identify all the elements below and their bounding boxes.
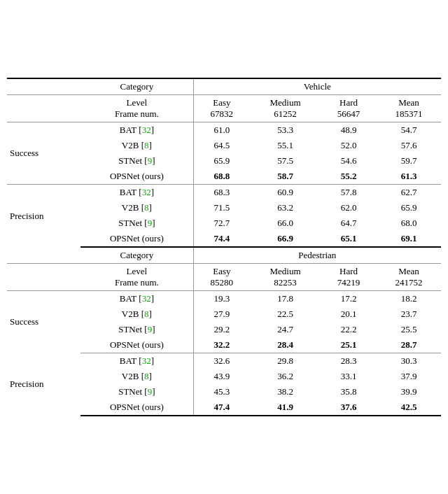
prec-stnet-medium: 66.0 xyxy=(250,216,321,231)
ped-prec-bat-method: BAT [32] xyxy=(80,353,193,369)
stnet-medium: 57.5 xyxy=(250,153,321,169)
ped-prec-v2b-easy: 43.9 xyxy=(193,369,250,384)
ped-opsnet-mean: 28.7 xyxy=(377,337,441,353)
ped-prec-opsnet-mean: 42.5 xyxy=(377,400,441,416)
prec-v2b-medium: 63.2 xyxy=(250,200,321,216)
level-label: Level xyxy=(127,97,148,108)
ped-prec-stnet-hard: 35.8 xyxy=(321,384,377,400)
prec-bat-hard: 57.8 xyxy=(321,185,377,201)
prec-v2b-mean: 65.9 xyxy=(377,200,441,216)
prec-bat-easy: 68.3 xyxy=(193,185,250,201)
prec-stnet-method: STNet [9] xyxy=(80,216,193,231)
ped-bat-medium: 17.8 xyxy=(250,291,321,307)
ped-precision-label: Precision xyxy=(7,353,80,416)
v2b-hard: 52.0 xyxy=(321,138,377,153)
ped-v2b-medium: 22.5 xyxy=(250,306,321,322)
ped-level-row: Level Frame num. Easy 85280 Medium 82253… xyxy=(7,264,441,291)
ped-prec-bat-medium: 29.8 xyxy=(250,353,321,369)
frame-label: Frame num. xyxy=(115,108,159,119)
ped-prec-v2b-mean: 37.9 xyxy=(377,369,441,384)
prec-stnet-mean: 68.0 xyxy=(377,216,441,231)
prec-opsnet-hard: 65.1 xyxy=(321,231,377,247)
ped-category-label: Category xyxy=(80,247,193,264)
ped-prec-v2b-hard: 33.1 xyxy=(321,369,377,384)
ped-prec-bat-easy: 32.6 xyxy=(193,353,250,369)
prec-bat-medium: 60.9 xyxy=(250,185,321,201)
ped-prec-opsnet-easy: 47.4 xyxy=(193,400,250,416)
ped-empty-cell xyxy=(7,247,80,264)
ped-prec-stnet-method: STNet [9] xyxy=(80,384,193,400)
ped-bat-hard: 17.2 xyxy=(321,291,377,307)
bat-hard: 48.9 xyxy=(321,122,377,139)
ped-success-label: Success xyxy=(7,291,80,353)
ped-v2b-easy: 27.9 xyxy=(193,306,250,322)
prec-opsnet-medium: 66.9 xyxy=(250,231,321,247)
opsnet-easy: 68.8 xyxy=(193,169,250,185)
opsnet-medium: 58.7 xyxy=(250,169,321,185)
ped-medium-header: Medium 82253 xyxy=(250,264,321,291)
empty-cell2 xyxy=(7,95,80,122)
main-container: Category Vehicle Level Frame num. Easy 6… xyxy=(7,78,441,416)
v2b-easy: 64.5 xyxy=(193,138,250,153)
ped-v2b-method: V2B [8] xyxy=(80,306,193,322)
vehicle-success-label: Success xyxy=(7,122,80,185)
prec-bat-mean: 62.7 xyxy=(377,185,441,201)
ped-success-bat: Success BAT [32] 19.3 17.8 17.2 18.2 xyxy=(7,291,441,307)
vehicle-hard-header: Hard 56647 xyxy=(321,95,377,122)
ped-v2b-mean: 23.7 xyxy=(377,306,441,322)
vehicle-type-label: Vehicle xyxy=(193,78,441,95)
prec-v2b-easy: 71.5 xyxy=(193,200,250,216)
ped-empty-cell2 xyxy=(7,264,80,291)
ped-prec-v2b-medium: 36.2 xyxy=(250,369,321,384)
vehicle-medium-header: Medium 61252 xyxy=(250,95,321,122)
vehicle-precision-label: Precision xyxy=(7,185,80,248)
prec-bat-method: BAT [32] xyxy=(80,185,193,201)
ped-bat-easy: 19.3 xyxy=(193,291,250,307)
prec-opsnet-easy: 74.4 xyxy=(193,231,250,247)
ped-prec-opsnet-method: OPSNet (ours) xyxy=(80,400,193,416)
stnet-method: STNet [9] xyxy=(80,153,193,169)
ped-prec-v2b-method: V2B [8] xyxy=(80,369,193,384)
opsnet-hard: 55.2 xyxy=(321,169,377,185)
vehicle-easy-header: Easy 67832 xyxy=(193,95,250,122)
prec-stnet-easy: 72.7 xyxy=(193,216,250,231)
opsnet-mean: 61.3 xyxy=(377,169,441,185)
ped-stnet-hard: 22.2 xyxy=(321,322,377,337)
results-table: Category Vehicle Level Frame num. Easy 6… xyxy=(7,78,441,416)
ped-type-label: Pedestrian xyxy=(193,247,441,264)
bat-easy: 61.0 xyxy=(193,122,250,139)
vehicle-level-frame: Level Frame num. xyxy=(80,95,193,122)
ped-opsnet-medium: 28.4 xyxy=(250,337,321,353)
bat-mean: 54.7 xyxy=(377,122,441,139)
empty-cell xyxy=(7,78,80,95)
vehicle-mean-header: Mean 185371 xyxy=(377,95,441,122)
stnet-hard: 54.6 xyxy=(321,153,377,169)
ped-mean-header: Mean 241752 xyxy=(377,264,441,291)
ped-opsnet-method: OPSNet (ours) xyxy=(80,337,193,353)
opsnet-method: OPSNet (ours) xyxy=(80,169,193,185)
v2b-method: V2B [8] xyxy=(80,138,193,153)
ped-hard-header: Hard 74219 xyxy=(321,264,377,291)
prec-v2b-method: V2B [8] xyxy=(80,200,193,216)
stnet-mean: 59.7 xyxy=(377,153,441,169)
stnet-easy: 65.9 xyxy=(193,153,250,169)
vehicle-category-label: Category xyxy=(80,78,193,95)
ped-category-row: Category Pedestrian xyxy=(7,247,441,264)
ped-frame-label: Frame num. xyxy=(115,277,159,288)
bat-method: BAT [32] xyxy=(80,122,193,139)
prec-v2b-hard: 62.0 xyxy=(321,200,377,216)
prec-stnet-hard: 64.7 xyxy=(321,216,377,231)
prec-opsnet-mean: 69.1 xyxy=(377,231,441,247)
v2b-mean: 57.6 xyxy=(377,138,441,153)
vehicle-success-bat: Success BAT [32] 61.0 53.3 48.9 54.7 xyxy=(7,122,441,139)
ped-v2b-hard: 20.1 xyxy=(321,306,377,322)
bat-medium: 53.3 xyxy=(250,122,321,139)
vehicle-level-row: Level Frame num. Easy 67832 Medium 61252… xyxy=(7,95,441,122)
ped-easy-header: Easy 85280 xyxy=(193,264,250,291)
ped-opsnet-easy: 32.2 xyxy=(193,337,250,353)
ped-prec-opsnet-medium: 41.9 xyxy=(250,400,321,416)
ped-opsnet-hard: 25.1 xyxy=(321,337,377,353)
ped-bat-method: BAT [32] xyxy=(80,291,193,307)
ped-level-frame: Level Frame num. xyxy=(80,264,193,291)
vehicle-precision-bat: Precision BAT [32] 68.3 60.9 57.8 62.7 xyxy=(7,185,441,201)
